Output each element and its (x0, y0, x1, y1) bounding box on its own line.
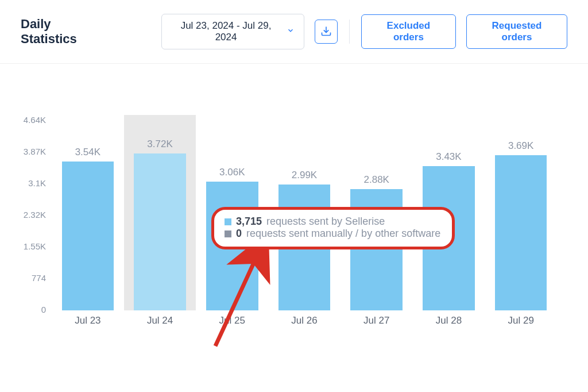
y-tick: 3.87K (24, 146, 46, 156)
tooltip-text: requests sent manually / by other softwa… (246, 228, 440, 240)
requested-orders-button[interactable]: Requested orders (466, 14, 567, 49)
bar-value-label: 3.69K (508, 140, 533, 152)
x-tick: Jul 28 (413, 315, 485, 326)
divider (349, 20, 350, 44)
bar-value-label: 3.06K (219, 167, 245, 178)
tooltip-row: 0 requests sent manually / by other soft… (225, 228, 440, 240)
y-tick: 2.32K (24, 209, 46, 219)
chart-tooltip: 3,715 requests sent by Sellerise 0 reque… (211, 207, 455, 249)
date-range-selector[interactable]: Jul 23, 2024 - Jul 29, 2024 (161, 14, 304, 49)
y-tick: 0 (41, 305, 46, 314)
y-tick: 774 (32, 273, 46, 283)
x-tick: Jul 29 (485, 315, 557, 326)
chevron-down-icon (287, 26, 295, 37)
bar-value-label: 3.54K (75, 147, 100, 158)
x-tick: Jul 24 (124, 315, 196, 326)
bar-slot[interactable]: 3.54K (52, 115, 124, 310)
y-axis: 4.64K 3.87K 3.1K 2.32K 1.55K 774 0 (11, 115, 46, 333)
y-tick: 4.64K (24, 114, 46, 124)
tooltip-value: 3,715 (236, 216, 262, 228)
page-title: Daily Statistics (21, 17, 106, 47)
bar-value-label: 2.88K (364, 174, 389, 186)
bar-value-label: 3.72K (147, 139, 172, 150)
download-button[interactable] (315, 20, 338, 44)
tooltip-row: 3,715 requests sent by Sellerise (225, 216, 440, 228)
bar-value-label: 3.43K (436, 151, 461, 163)
x-tick: Jul 27 (341, 315, 413, 326)
bar: 3.69K (495, 155, 547, 310)
tooltip-text: requests sent by Sellerise (266, 216, 385, 228)
excluded-orders-button[interactable]: Excluded orders (361, 14, 456, 49)
x-tick: Jul 26 (268, 315, 341, 326)
date-range-label: Jul 23, 2024 - Jul 29, 2024 (171, 20, 280, 43)
bar: 3.54K (62, 162, 114, 310)
bar-slot[interactable]: 3.72K (124, 115, 196, 310)
download-icon (320, 25, 332, 39)
x-tick: Jul 23 (52, 315, 124, 326)
bar-value-label: 2.99K (292, 170, 317, 181)
x-axis: Jul 23Jul 24Jul 25Jul 26Jul 27Jul 28Jul … (52, 315, 557, 326)
annotation-arrow-icon (204, 248, 273, 354)
legend-swatch-gray (225, 230, 231, 237)
tooltip-value: 0 (236, 228, 242, 240)
legend-swatch-blue (225, 218, 231, 225)
y-tick: 1.55K (24, 241, 46, 251)
bar: 3.72K (134, 153, 186, 310)
header-bar: Daily Statistics Jul 23, 2024 - Jul 29, … (0, 0, 588, 64)
y-tick: 3.1K (28, 178, 46, 187)
bar-slot[interactable]: 3.69K (485, 115, 557, 310)
svg-line-1 (215, 253, 258, 346)
